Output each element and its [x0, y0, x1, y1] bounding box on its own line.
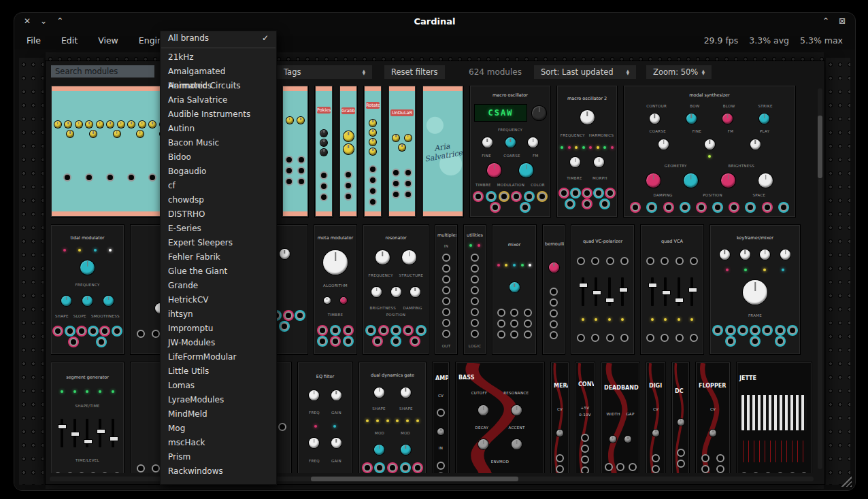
cable-graphic	[602, 363, 639, 473]
brand-menu-item[interactable]: Little Utils	[161, 364, 276, 379]
brand-menu-item[interactable]: Mog	[161, 421, 276, 436]
module-card[interactable]: dual dynamics gateSHAPESHAPEMODMOD	[359, 362, 426, 473]
module-card[interactable]: Grabby	[339, 86, 357, 217]
menubar-item-file[interactable]: File	[27, 35, 41, 46]
module-card[interactable]: UnDuLaR	[388, 86, 416, 217]
module-card[interactable]: bernoulli gate	[543, 225, 565, 354]
jack	[560, 189, 568, 197]
module-card[interactable]: tidal modulatorFREQUENCYSHAPESLOPESMOOTH…	[51, 225, 124, 354]
vertical-scrollbar-thumb[interactable]	[818, 116, 822, 178]
detach-icon[interactable]: ⌃	[822, 16, 829, 26]
brand-menu-item[interactable]: JW-Modules	[161, 336, 276, 350]
module-card[interactable]: multiplesINOUT	[435, 225, 457, 354]
module-label: FRAME	[748, 313, 762, 317]
module-part-row	[493, 281, 535, 293]
brand-menu-item[interactable]: Glue the Giant	[161, 264, 276, 279]
jack	[54, 327, 62, 335]
brand-menu-item[interactable]: chowdsp	[161, 193, 276, 207]
reset-filters-button[interactable]: Reset filters	[384, 65, 445, 79]
module-part-row: CV	[433, 393, 448, 398]
module-card[interactable]: macro oscillator 2FREQUENCYHARMONICSTIMB…	[557, 86, 617, 217]
module-card[interactable]: Aria Salvatrice	[422, 86, 463, 217]
led-icon	[582, 146, 585, 149]
module-card[interactable]: keyframer/mixerFRAME	[710, 225, 800, 354]
jack	[318, 326, 327, 334]
brand-menu-item[interactable]: Impromptu	[161, 322, 276, 336]
brand-menu-item[interactable]: Fehler Fabrik	[161, 250, 276, 264]
brand-menu-item[interactable]: E-Series	[161, 222, 276, 236]
module-card[interactable]: Rotatoes	[364, 86, 382, 217]
close-box-icon[interactable]: ⊠	[839, 16, 846, 26]
module-card[interactable]: quad VCA	[641, 225, 703, 354]
module-card[interactable]: CONV+5V0-10V	[575, 362, 595, 473]
brand-menu-item[interactable]: DISTRHO	[161, 207, 276, 222]
brand-menu-item[interactable]: Rackwindows	[161, 464, 276, 479]
module-part-row: CONTOURBOWBLOWSTRIKE	[624, 103, 795, 109]
module-card[interactable]: BASSCUTOFFRESONANCEDECAYACCENTENVMOD	[456, 362, 544, 473]
module-card[interactable]: meta modulatorALGORITHMTIMBRE	[314, 225, 356, 354]
module-card[interactable]: macro oscillatorCSAWFREQUENCYFINECOARSEF…	[470, 86, 550, 217]
module-card[interactable]: AMPCVIN	[433, 362, 449, 473]
module-card[interactable]: MERACV	[551, 362, 569, 473]
brand-menu-item[interactable]: Aria Salvatrice	[161, 93, 276, 107]
module-part-row	[316, 171, 332, 202]
titlebar[interactable]: ✕⌄⌃ Cardinal ⌃⊠	[14, 13, 855, 31]
jack	[571, 189, 580, 197]
led-icon	[603, 146, 606, 149]
sort-dropdown[interactable]: Sort: Last updated ▲▼	[534, 65, 636, 79]
knob	[720, 250, 730, 260]
brand-menu-item[interactable]: Bacon Music	[161, 136, 276, 150]
brand-menu-item[interactable]: Audible Instruments	[161, 107, 276, 122]
module-card[interactable]: EQ filterFREQGAINFREQGAIN	[298, 362, 352, 473]
module-card[interactable]: mixer	[493, 225, 536, 354]
module-card[interactable]: FLOPPERCV	[696, 362, 730, 473]
brand-menu-item[interactable]: Lomas	[161, 379, 276, 393]
module-part-row	[360, 444, 425, 455]
module-card[interactable]: DIGICV	[646, 362, 665, 473]
brand-menu-item[interactable]: ihtsyn	[161, 307, 276, 322]
led-icon	[61, 390, 63, 393]
tags-dropdown[interactable]: Tags ▲▼	[277, 65, 372, 79]
module-part-row: TIMBREMORPH	[558, 175, 616, 181]
module-card[interactable]: segment generatorSHAPE/TIMETIME/LEVEL	[51, 362, 124, 473]
brand-menu-item-label: JW-Modules	[168, 336, 215, 350]
module-title: EQ filter	[299, 372, 352, 380]
brand-menu-item[interactable]: Bogaudio	[161, 165, 276, 179]
search-input[interactable]	[51, 65, 154, 78]
horizontal-scrollbar-thumb[interactable]	[311, 477, 518, 481]
brand-menu-item[interactable]: LifeFormModular	[161, 350, 276, 364]
brand-menu-item[interactable]: Bidoo	[161, 150, 276, 165]
module-card[interactable]	[282, 86, 308, 217]
module-card[interactable]: JETTE	[737, 362, 812, 473]
module-card[interactable]: DEADBANDWIDTHGAP	[601, 362, 639, 473]
brand-menu-item[interactable]: HetrickCV	[161, 293, 276, 307]
led-icon	[678, 318, 680, 321]
module-part-row	[471, 162, 550, 178]
brand-menu-item[interactable]: Grande	[161, 279, 276, 293]
brand-menu-item[interactable]: Autinn	[161, 122, 276, 136]
module-card[interactable]: modal synthesizerCONTOURBOWBLOWSTRIKECOA…	[624, 86, 795, 217]
brand-menu-item[interactable]: Expert Sleepers	[161, 236, 276, 250]
zoom-dropdown[interactable]: Zoom: 50% ▲▼	[646, 65, 712, 79]
brand-menu-item[interactable]: LyraeModules	[161, 393, 276, 407]
knob	[594, 157, 604, 167]
module-card[interactable]: Pokies	[315, 86, 333, 217]
module-card[interactable]: quad VC-polarizer	[571, 225, 634, 354]
module-card[interactable]: utilitiesLOGIC	[464, 225, 486, 354]
module-card[interactable]: DC	[672, 362, 689, 473]
brand-menu-item[interactable]: Prism	[161, 450, 276, 464]
brand-menu-item[interactable]: cf	[161, 179, 276, 193]
brand-menu-item[interactable]: Animated Circuits	[161, 79, 276, 93]
module-label: COARSE	[650, 129, 666, 133]
menubar-item-edit[interactable]: Edit	[61, 35, 78, 46]
brand-menu-item-selected[interactable]: All brands✓	[161, 31, 276, 46]
module-card[interactable]: resonatorFREQUENCYSTRUCTUREBRIGHTNESSDAM…	[363, 225, 429, 354]
brand-menu-item[interactable]: mscHack	[161, 436, 276, 450]
brand-menu-item[interactable]: 21kHz	[161, 50, 276, 65]
led-icon	[763, 269, 766, 271]
menubar-item-view[interactable]: View	[98, 35, 118, 46]
brand-menu-item[interactable]: Amalgamated Harmonics	[161, 65, 276, 79]
module-part-row	[340, 170, 356, 201]
brand-menu-item[interactable]: MindMeld	[161, 407, 276, 421]
jack	[320, 171, 328, 179]
